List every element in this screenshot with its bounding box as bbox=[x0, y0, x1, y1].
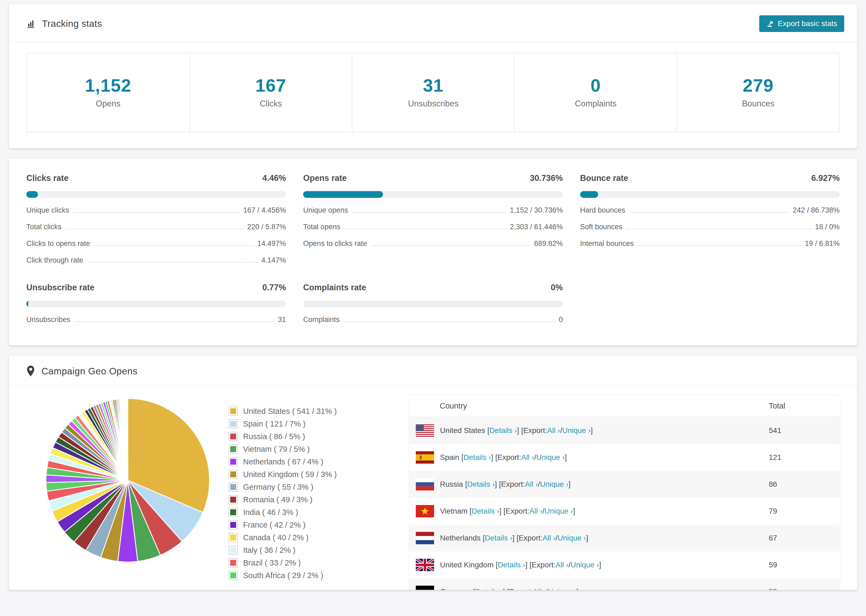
rate-row-value: 31 bbox=[278, 316, 286, 324]
rate-value: 30.736% bbox=[530, 173, 563, 183]
dotted-leader bbox=[94, 245, 254, 246]
legend-item: Italy ( 36 / 2% ) bbox=[228, 545, 358, 555]
rate-row-value: 220 / 5.87% bbox=[247, 223, 286, 231]
export-unique-link[interactable]: Unique › bbox=[557, 534, 586, 542]
rate-panel: Unsubscribe rate 0.77% Unsubscribes 31 bbox=[26, 283, 286, 324]
legend-swatch bbox=[228, 508, 238, 517]
stat-label: Unsubscribes bbox=[355, 99, 512, 108]
rate-row-value: 1,152 / 30.736% bbox=[510, 206, 563, 214]
legend-item: Brazil ( 33 / 2% ) bbox=[228, 558, 358, 567]
rate-row-label: Internal bounces bbox=[580, 239, 634, 248]
dotted-leader bbox=[345, 229, 507, 229]
tracking-stats-card: Tracking stats Export basic stats 1,152 … bbox=[9, 4, 857, 148]
export-basic-stats-button[interactable]: Export basic stats bbox=[759, 15, 844, 32]
stat-label: Opens bbox=[30, 99, 187, 108]
legend-label: Brazil ( 33 / 2% ) bbox=[243, 558, 301, 567]
rate-stat-row: Unique opens 1,152 / 30.736% bbox=[303, 206, 563, 214]
rate-row-label: Click through rate bbox=[26, 256, 83, 264]
rate-row-label: Unique clicks bbox=[26, 206, 69, 214]
export-unique-link[interactable]: Unique › bbox=[548, 588, 576, 590]
export-all-link[interactable]: All › bbox=[525, 480, 538, 489]
rate-row-label: Unique opens bbox=[303, 206, 348, 214]
dotted-leader bbox=[73, 212, 240, 212]
export-all-link[interactable]: All › bbox=[547, 426, 560, 435]
rate-progress-bar bbox=[303, 300, 563, 307]
export-unique-link[interactable]: Unique › bbox=[545, 507, 573, 515]
legend-item: France ( 42 / 2% ) bbox=[228, 520, 358, 530]
export-unique-link[interactable]: Unique › bbox=[571, 561, 599, 569]
details-link[interactable]: Details › bbox=[490, 426, 517, 435]
rate-row-label: Opens to clicks rate bbox=[303, 239, 367, 248]
rate-stat-row: Opens to clicks rate 689.82% bbox=[303, 239, 563, 248]
rate-progress-bar bbox=[26, 300, 286, 307]
summary-stat-cell: 31 Unsubscribes bbox=[352, 53, 514, 132]
pie-slice[interactable] bbox=[128, 399, 128, 480]
rate-panel: Complaints rate 0% Complaints 0 bbox=[303, 283, 563, 324]
details-link[interactable]: Details › bbox=[475, 588, 503, 590]
details-link[interactable]: Details › bbox=[498, 561, 526, 569]
legend-item: Vietnam ( 79 / 5% ) bbox=[228, 445, 358, 454]
rate-row-label: Soft bounces bbox=[580, 223, 623, 231]
export-all-link[interactable]: All › bbox=[521, 453, 534, 462]
legend-swatch bbox=[228, 457, 238, 466]
export-all-link[interactable]: All › bbox=[556, 561, 568, 569]
legend-item: Russia ( 86 / 5% ) bbox=[228, 432, 358, 441]
geo-table: Country Total United States [Details ›] … bbox=[409, 395, 840, 590]
rate-row-value: 689.82% bbox=[534, 239, 563, 248]
column-header-country: Country bbox=[409, 395, 769, 417]
rate-row-label: Total opens bbox=[303, 223, 340, 231]
stat-value: 167 bbox=[192, 75, 349, 96]
legend-item: Netherlands ( 67 / 4% ) bbox=[228, 457, 358, 466]
map-pin-icon bbox=[26, 365, 35, 377]
rate-row-label: Hard bounces bbox=[580, 206, 625, 214]
column-header-total: Total bbox=[769, 395, 840, 417]
legend-swatch bbox=[228, 432, 238, 441]
export-unique-link[interactable]: Unique › bbox=[562, 426, 590, 435]
rate-value: 4.46% bbox=[262, 173, 286, 183]
stat-label: Clicks bbox=[192, 99, 349, 108]
stat-value: 0 bbox=[518, 75, 674, 96]
legend-item: Canada ( 40 / 2% ) bbox=[228, 533, 358, 542]
rate-row-value: 18 / 0% bbox=[815, 223, 840, 231]
table-row: Germany [Details ›] [Export: All › / Uni… bbox=[409, 578, 840, 590]
legend-item: United Kingdom ( 59 / 3% ) bbox=[228, 470, 358, 479]
table-row: Vietnam [Details ›] [Export: All › / Uni… bbox=[409, 498, 840, 525]
details-link[interactable]: Details › bbox=[472, 507, 499, 515]
export-unique-link[interactable]: Unique › bbox=[540, 480, 568, 489]
country-name: United States bbox=[440, 426, 485, 435]
export-icon bbox=[766, 20, 774, 28]
export-all-link[interactable]: All › bbox=[542, 534, 555, 542]
country-flag-icon bbox=[416, 451, 434, 464]
dotted-leader bbox=[344, 321, 555, 322]
legend-label: Romania ( 49 / 3% ) bbox=[243, 495, 313, 504]
dotted-leader bbox=[352, 212, 507, 212]
rate-title: Complaints rate bbox=[303, 283, 366, 292]
legend-item: Spain ( 121 / 7% ) bbox=[228, 419, 358, 428]
export-all-link[interactable]: All › bbox=[533, 588, 546, 590]
legend-swatch bbox=[228, 520, 238, 530]
summary-stat-cell: 167 Clicks bbox=[189, 53, 352, 132]
rate-stat-row: Internal bounces 19 / 6.81% bbox=[580, 239, 840, 248]
stat-value: 279 bbox=[680, 75, 836, 96]
rate-row-label: Unsubscribes bbox=[26, 316, 71, 324]
legend-item: Germany ( 55 / 3% ) bbox=[228, 482, 358, 492]
legend-item: India ( 46 / 3% ) bbox=[228, 508, 358, 517]
details-link[interactable]: Details › bbox=[467, 480, 495, 489]
export-unique-link[interactable]: Unique › bbox=[536, 453, 565, 462]
rate-row-value: 167 / 4.456% bbox=[243, 206, 286, 214]
country-flag-icon bbox=[416, 478, 434, 490]
legend-label: India ( 46 / 3% ) bbox=[243, 508, 298, 517]
rates-grid: Clicks rate 4.46% Unique clicks 167 / 4.… bbox=[26, 173, 840, 324]
details-link[interactable]: Details › bbox=[463, 453, 491, 462]
dotted-leader bbox=[371, 245, 531, 246]
rate-title: Bounce rate bbox=[580, 173, 628, 183]
rate-row-value: 19 / 6.81% bbox=[805, 239, 840, 248]
rate-row-label: Total clicks bbox=[26, 223, 61, 231]
export-all-link[interactable]: All › bbox=[529, 507, 542, 515]
table-row: United States [Details ›] [Export: All ›… bbox=[409, 417, 840, 444]
rate-row-value: 2,303 / 61.446% bbox=[510, 223, 563, 231]
details-link[interactable]: Details › bbox=[485, 534, 513, 542]
country-flag-icon bbox=[416, 532, 434, 544]
country-total: 55 bbox=[769, 578, 840, 590]
country-total: 541 bbox=[769, 417, 840, 444]
